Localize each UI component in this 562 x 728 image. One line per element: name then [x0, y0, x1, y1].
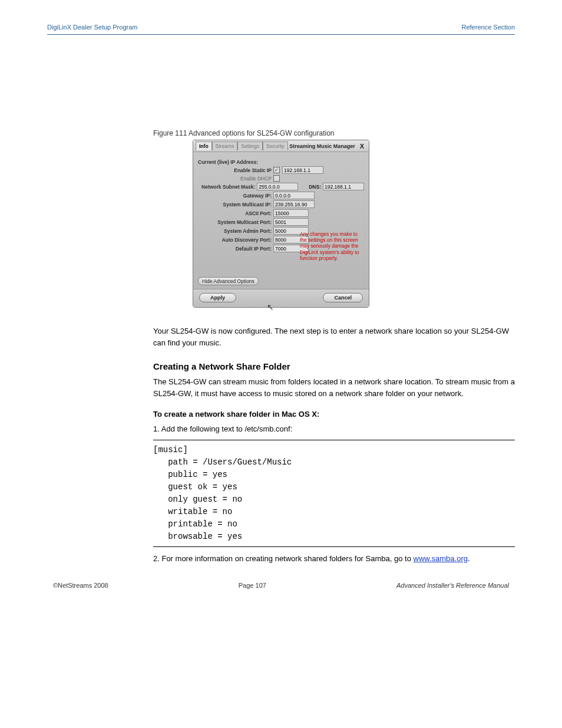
dialog-title: Streaming Music Manager — [289, 143, 358, 149]
input-subnet[interactable] — [257, 183, 298, 190]
label-subnet: Network Subnet Mask: — [198, 184, 257, 190]
input-ascii-port[interactable] — [273, 209, 309, 217]
step-2a: 2. For more information on creating netw… — [153, 554, 414, 563]
step-1: 1. Add the following text to /etc/smb.co… — [153, 423, 515, 435]
input-multicast-ip[interactable] — [273, 200, 315, 208]
tab-info[interactable]: Info — [196, 141, 212, 150]
label-multicast-port: System Multicast Port: — [198, 219, 273, 225]
label-admin-port: System Admin Port: — [198, 228, 273, 234]
apply-button[interactable]: Apply — [199, 293, 236, 302]
label-enable-static: Enable Static IP — [198, 167, 273, 173]
label-current-ip: Current (live) IP Address: — [198, 159, 260, 165]
subheading-macos: To create a network share folder in Mac … — [153, 410, 515, 419]
footer-copyright: ©NetStreams 2008 — [53, 582, 108, 589]
input-static-ip[interactable] — [282, 166, 323, 174]
close-icon[interactable]: X — [358, 143, 366, 150]
label-multicast-ip: System Multicast IP: — [198, 202, 273, 207]
input-dns[interactable] — [323, 183, 364, 190]
checkbox-dhcp[interactable] — [273, 175, 280, 182]
input-gateway[interactable] — [273, 192, 315, 199]
header-rule — [47, 34, 515, 35]
paragraph-share-desc: The SL254-GW can stream music from folde… — [153, 376, 515, 399]
samba-link[interactable]: www.samba.org — [414, 554, 468, 563]
step-2: 2. For more information on creating netw… — [153, 553, 515, 565]
heading-network-share: Creating a Network Share Folder — [153, 361, 515, 371]
cursor-icon: ↖ — [267, 302, 274, 312]
label-ascii-port: ASCII Port: — [198, 210, 273, 216]
tab-settings[interactable]: Settings — [237, 141, 263, 150]
label-default-ip-port: Default IP Port: — [198, 246, 273, 252]
footer-manual: Advanced Installer's Reference Manual — [396, 582, 509, 589]
tab-streams[interactable]: Streams — [212, 141, 238, 150]
label-dns: DNS: — [309, 184, 321, 190]
header-right: Reference Section — [462, 24, 515, 31]
label-enable-dhcp: Enable DHCP — [198, 176, 273, 182]
label-autodiscovery-port: Auto Discovery Port: — [198, 237, 273, 243]
figure-caption: Figure 111 Advanced options for SL254-GW… — [153, 129, 515, 137]
footer-page: Page 107 — [239, 582, 266, 589]
input-multicast-port[interactable] — [273, 218, 309, 226]
step-2b: . — [468, 554, 470, 563]
paragraph-configured: Your SL254-GW is now configured. The nex… — [153, 325, 515, 348]
tab-bar: Info Streams Settings Security — [196, 141, 288, 150]
label-gateway: Gateway IP: — [198, 193, 273, 199]
checkbox-static-ip[interactable]: ✓ — [273, 167, 280, 173]
cancel-button[interactable]: Cancel — [323, 293, 363, 302]
settings-dialog: Info Streams Settings Security Streaming… — [193, 140, 369, 308]
warning-text: Any changes you make to the settings on … — [297, 229, 365, 263]
code-block-smbconf: [music] path = /Users/Guest/Music public… — [153, 440, 515, 547]
tab-security[interactable]: Security — [263, 141, 288, 150]
header-left: DigiLinX Dealer Setup Program — [47, 24, 137, 31]
hide-advanced-button[interactable]: Hide Advanced Options — [198, 277, 259, 285]
